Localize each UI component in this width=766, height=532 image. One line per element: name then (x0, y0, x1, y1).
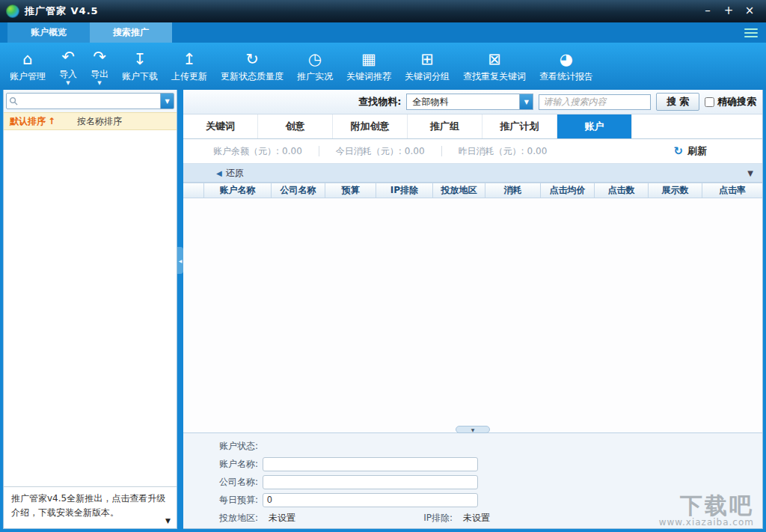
column-header-clicks[interactable]: 点击数 (595, 183, 649, 198)
sort-by-name-button[interactable]: 按名称排序 (77, 115, 122, 128)
column-header-avg-cpc[interactable]: 点击均价 (541, 183, 595, 198)
pie-chart-icon: ◕ (560, 49, 573, 70)
export-arrow-icon: ↷ (93, 47, 106, 67)
chevron-down-icon: ▼ (97, 81, 101, 86)
sidebar: ▼ 默认排序 ↑ 按名称排序 推广管家v4.5全新推出，点击查看升级介绍，下载安… (3, 90, 177, 529)
filter-bar: ◀ 还原 ▼ (183, 164, 762, 183)
account-download-button[interactable]: ↧ 账户下载 (115, 48, 165, 85)
column-header-impressions[interactable]: 展示数 (649, 183, 702, 198)
refresh-icon: ↻ (673, 144, 683, 158)
close-button[interactable]: × (739, 3, 760, 19)
account-search-combo[interactable]: ▼ (6, 93, 174, 109)
account-tree[interactable] (4, 130, 177, 486)
tab-promotion-groups[interactable]: 推广组 (408, 114, 482, 138)
upgrade-notice-text: 推广管家v4.5全新推出，点击查看升级介绍，下载安装全新版本。 (11, 493, 165, 518)
region-label: 投放地区: (183, 512, 258, 525)
balance-stat: 账户余额（元）:0.00 (213, 145, 302, 158)
material-type-select[interactable]: 全部物料 ▼ (406, 94, 533, 110)
app-window: 推广管家 V4.5 – + × 账户概览 搜索推广 ⌂ 账户管理 ↶ 导入 ▼ … (0, 0, 766, 532)
tab-extra-creatives[interactable]: 附加创意 (333, 114, 408, 138)
refresh-button[interactable]: ↻ 刷新 (673, 144, 707, 158)
accounts-table-body[interactable] (183, 198, 762, 432)
notice-caret-icon[interactable]: ▼ (165, 516, 171, 527)
today-cost-stat: 今日消耗（元）:0.00 (336, 145, 425, 158)
tab-account-overview[interactable]: 账户概览 (7, 22, 90, 43)
company-name-field[interactable] (263, 475, 478, 489)
account-stats-bar: 账户余额（元）:0.00 今日消耗（元）:0.00 昨日消耗（元）:0.00 ↻… (183, 139, 762, 164)
download-icon: ↧ (133, 49, 147, 70)
upgrade-notice[interactable]: 推广管家v4.5全新推出，点击查看升级介绍，下载安装全新版本。 ▼ (4, 486, 177, 528)
import-button[interactable]: ↶ 导入 ▼ (52, 46, 84, 88)
restore-button[interactable]: ◀ 还原 (216, 167, 244, 180)
tab-search-promotion[interactable]: 搜索推广 (90, 22, 172, 43)
column-header-select[interactable] (183, 183, 204, 198)
back-arrow-icon: ◀ (216, 169, 222, 177)
clock-icon: ◷ (308, 49, 322, 70)
column-header-account-name[interactable]: 账户名称 (204, 183, 272, 198)
exact-search-option[interactable]: 精确搜索 (705, 95, 756, 108)
account-name-row: 账户名称: (183, 455, 762, 473)
chevron-down-icon[interactable]: ▼ (160, 94, 174, 108)
tab-creatives[interactable]: 创意 (258, 114, 333, 138)
column-header-region[interactable]: 投放地区 (433, 183, 485, 198)
column-header-ip-exclude[interactable]: IP排除 (376, 183, 433, 198)
account-name-label: 账户名称: (183, 458, 258, 471)
grid-icon: ⊞ (420, 49, 434, 70)
nav-tabbar: 账户概览 搜索推广 (0, 22, 766, 43)
update-status-quality-button[interactable]: ↻ 更新状态质量度 (214, 48, 290, 85)
stats-report-button[interactable]: ◕ 查看统计报告 (533, 48, 600, 85)
minimize-button[interactable]: – (697, 3, 718, 19)
sort-bar: 默认排序 ↑ 按名称排序 (4, 112, 177, 130)
account-status-row: 账户状态: (183, 437, 762, 455)
region-ip-row: 投放地区: 未设置 IP排除: 未设置 (183, 509, 762, 527)
sort-default-button[interactable]: 默认排序 (10, 115, 46, 128)
tab-keywords[interactable]: 关键词 (183, 114, 258, 138)
main-panel: 查找物料: 全部物料 ▼ 搜 索 精确搜索 关键词 创意 附加创意 推广组 推广… (183, 90, 763, 529)
daily-budget-row: 每日预算: (183, 491, 762, 509)
account-manage-button[interactable]: ⌂ 账户管理 (3, 48, 52, 85)
keyword-recommend-button[interactable]: ▦ 关键词推荐 (340, 48, 398, 85)
account-name-field[interactable] (263, 457, 478, 471)
account-status-label: 账户状态: (183, 440, 258, 453)
expand-filter-icon[interactable]: ▼ (747, 169, 753, 177)
chevron-down-icon[interactable]: ▼ (519, 94, 533, 109)
column-header-cost[interactable]: 消耗 (485, 183, 541, 198)
toolbar: ⌂ 账户管理 ↶ 导入 ▼ ↷ 导出 ▼ ↧ 账户下载 ↥ 上传更新 ↻ 更新状… (0, 43, 766, 90)
app-body: ▼ 默认排序 ↑ 按名称排序 推广管家v4.5全新推出，点击查看升级介绍，下载安… (0, 90, 766, 532)
search-icon (7, 97, 20, 106)
region-value: 未设置 (269, 512, 366, 525)
find-material-label: 查找物料: (358, 95, 401, 108)
daily-budget-field[interactable] (263, 493, 478, 507)
sidebar-splitter[interactable]: ◀ (177, 90, 183, 529)
ip-exclude-label: IP排除: (366, 512, 453, 525)
column-header-ctr[interactable]: 点击率 (702, 183, 762, 198)
titlebar: 推广管家 V4.5 – + × (0, 0, 766, 22)
tab-accounts[interactable]: 账户 (557, 114, 632, 138)
promotion-live-button[interactable]: ◷ 推广实况 (290, 48, 340, 85)
keyword-group-button[interactable]: ⊞ 关键词分组 (398, 48, 456, 85)
ip-exclude-value: 未设置 (463, 512, 560, 525)
collapse-sidebar-handle[interactable]: ◀ (177, 247, 183, 274)
column-header-company-name[interactable]: 公司名称 (272, 183, 325, 198)
company-name-label: 公司名称: (183, 476, 258, 489)
chevron-down-icon: ▼ (66, 81, 70, 86)
tab-promotion-plans[interactable]: 推广计划 (482, 114, 557, 138)
search-button[interactable]: 搜 索 (656, 93, 699, 111)
find-duplicate-keywords-button[interactable]: ⊠ 查找重复关键词 (456, 48, 533, 85)
find-material-bar: 查找物料: 全部物料 ▼ 搜 索 精确搜索 (183, 90, 762, 114)
search-input[interactable] (539, 94, 651, 110)
refresh-icon: ↻ (245, 49, 259, 70)
maximize-button[interactable]: + (718, 3, 739, 19)
export-button[interactable]: ↷ 导出 ▼ (84, 46, 115, 88)
menu-icon[interactable] (744, 27, 759, 39)
home-icon: ⌂ (22, 49, 32, 70)
upload-update-button[interactable]: ↥ 上传更新 (165, 48, 214, 85)
account-detail-panel: ▼ 账户状态: 账户名称: 公司名称: 每日预算: (183, 432, 762, 528)
accounts-table-header: 账户名称 公司名称 预算 IP排除 投放地区 消耗 点击均价 点击数 展示数 点… (183, 183, 762, 198)
bar-chart-icon: ▦ (361, 49, 376, 70)
detail-panel-toggle[interactable]: ▼ (456, 426, 490, 433)
column-header-budget[interactable]: 预算 (325, 183, 376, 198)
exact-search-checkbox[interactable] (705, 97, 714, 107)
exact-search-label: 精确搜索 (717, 95, 756, 108)
window-title: 推广管家 V4.5 (25, 4, 99, 18)
